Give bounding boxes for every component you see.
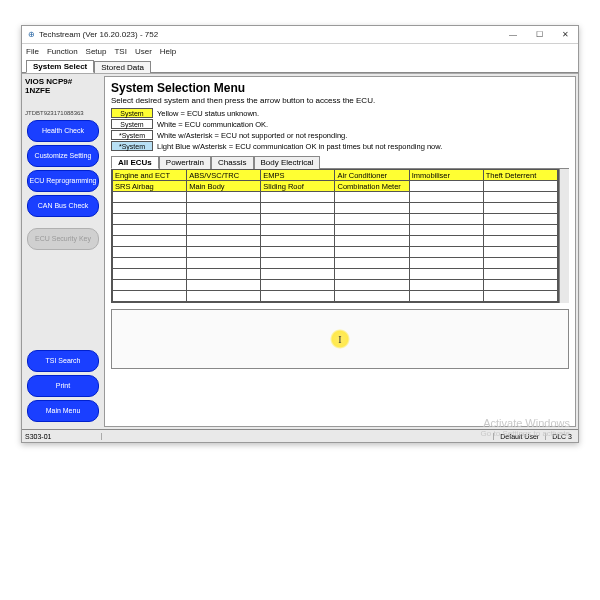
ecu-cell[interactable]: EMPS (261, 170, 335, 181)
page-subtitle: Select desired system and then press the… (111, 96, 569, 105)
subtab-powertrain[interactable]: Powertrain (159, 156, 211, 169)
titlebar: ⊕ Techstream (Ver 16.20.023) - 752 — ☐ ✕ (22, 26, 578, 44)
menu-help[interactable]: Help (160, 47, 176, 56)
ecu-cell[interactable]: Immobiliser (409, 170, 483, 181)
close-button[interactable]: ✕ (552, 26, 578, 44)
vehicle-model: VIOS NCP9#1NZFE (25, 78, 72, 96)
subtab-all-ecus[interactable]: All ECUs (111, 156, 159, 169)
page-title: System Selection Menu (111, 81, 569, 95)
ecu-cell[interactable]: Air Conditioner (335, 170, 409, 181)
status-user: Default User (493, 433, 545, 440)
legend-box-yellow: System (111, 108, 153, 118)
app-icon: ⊕ (26, 30, 36, 40)
top-tabbar: System Select Stored Data (22, 58, 578, 73)
menu-setup[interactable]: Setup (86, 47, 107, 56)
tab-stored-data[interactable]: Stored Data (94, 61, 151, 73)
can-bus-check-button[interactable]: CAN Bus Check (27, 195, 99, 217)
ecu-security-key-button: ECU Security Key (27, 228, 99, 250)
legend-box-white: System (111, 119, 153, 129)
legend-text: White w/Asterisk = ECU not supported or … (157, 131, 347, 140)
ecu-cell[interactable] (483, 181, 557, 192)
ecu-cell[interactable] (409, 181, 483, 192)
log-pane[interactable]: I (111, 309, 569, 369)
ecu-cell[interactable]: Theft Deterrent (483, 170, 557, 181)
legend-box-lightblue: *System (111, 141, 153, 151)
status-code: S303-01 (22, 433, 102, 440)
menu-file[interactable]: File (26, 47, 39, 56)
menubar: File Function Setup TSI User Help (22, 44, 578, 58)
legend-box-white-asterisk: *System (111, 130, 153, 140)
legend-text: Light Blue w/Asterisk = ECU communicatio… (157, 142, 442, 151)
subtab-chassis[interactable]: Chassis (211, 156, 253, 169)
legend-text: Yellow = ECU status unknown. (157, 109, 259, 118)
tsi-search-button[interactable]: TSI Search (27, 350, 99, 372)
menu-user[interactable]: User (135, 47, 152, 56)
legend-text: White = ECU communication OK. (157, 120, 268, 129)
minimize-button[interactable]: — (500, 26, 526, 44)
tab-system-select[interactable]: System Select (26, 60, 94, 73)
ecu-cell[interactable]: ABS/VSC/TRC (187, 170, 261, 181)
ecu-grid[interactable]: Engine and ECT ABS/VSC/TRC EMPS Air Cond… (111, 169, 559, 303)
window-title: Techstream (Ver 16.20.023) - 752 (39, 30, 500, 39)
ecu-cell[interactable]: Engine and ECT (113, 170, 187, 181)
ecu-cell[interactable]: Main Body (187, 181, 261, 192)
main-menu-button[interactable]: Main Menu (27, 400, 99, 422)
ecu-reprogramming-button[interactable]: ECU Reprogramming (27, 170, 99, 192)
maximize-button[interactable]: ☐ (526, 26, 552, 44)
statusbar: S303-01 Default User DLC 3 (22, 429, 578, 442)
text-cursor-icon: I (338, 334, 341, 345)
ecu-cell[interactable]: Combination Meter (335, 181, 409, 192)
health-check-button[interactable]: Health Check (27, 120, 99, 142)
legend: SystemYellow = ECU status unknown. Syste… (111, 108, 569, 151)
customize-setting-button[interactable]: Customize Setting (27, 145, 99, 167)
ecu-cell[interactable]: SRS Airbag (113, 181, 187, 192)
ecu-category-tabs: All ECUs Powertrain Chassis Body Electri… (111, 155, 569, 169)
menu-tsi[interactable]: TSI (114, 47, 126, 56)
workspace: VIOS NCP9#1NZFE JTDBT923171088363 Health… (22, 73, 578, 429)
ecu-cell[interactable]: Sliding Roof (261, 181, 335, 192)
status-dlc: DLC 3 (545, 433, 578, 440)
main-pane: System Selection Menu Select desired sys… (104, 76, 576, 427)
subtab-body-electrical[interactable]: Body Electrical (254, 156, 321, 169)
menu-function[interactable]: Function (47, 47, 78, 56)
grid-scrollbar[interactable] (559, 169, 569, 303)
print-button[interactable]: Print (27, 375, 99, 397)
sidebar: VIOS NCP9#1NZFE JTDBT923171088363 Health… (22, 74, 104, 429)
vehicle-vin: JTDBT923171088363 (25, 110, 84, 116)
application-window: ⊕ Techstream (Ver 16.20.023) - 752 — ☐ ✕… (21, 25, 579, 443)
